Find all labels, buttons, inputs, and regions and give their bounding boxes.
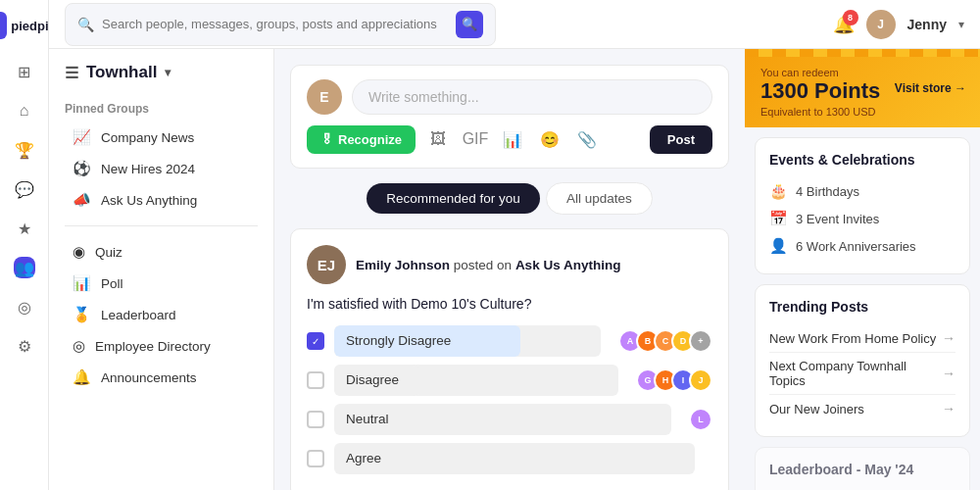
poll-avatars-0: A B C D + — [618, 329, 712, 353]
feed-tabs: Recommended for you All updates — [290, 182, 729, 215]
poll-checkbox-0[interactable]: ✓ — [307, 332, 324, 350]
poll-bar-3[interactable]: Agree — [334, 443, 695, 474]
poll-label-0: Strongly Disagree — [334, 333, 463, 348]
poll-label: Poll — [101, 276, 123, 291]
ask-us-icon: 📣 — [73, 191, 91, 209]
icon-sidebar: piedpiper ⊞ ⌂ 🏆 💬 ★ 👥 ◎ ⚙ — [0, 0, 49, 490]
trending-item-0[interactable]: New Work From Home Policy → — [769, 324, 956, 353]
leaderboard-label: Leaderboard — [101, 308, 176, 322]
right-sidebar: You can redeem 1300 Points Equivalent to… — [745, 49, 980, 490]
event-invites-label: 3 Event Invites — [796, 212, 879, 226]
chevron-down-icon[interactable]: ▾ — [958, 18, 964, 31]
can-redeem-label: You can redeem — [760, 67, 964, 78]
media-icon[interactable]: 🖼 — [423, 124, 453, 154]
trending-label-2: Our New Joiners — [769, 402, 864, 416]
event-invites-icon: 📅 — [769, 210, 788, 227]
nav-icon-chat[interactable]: 💬 — [14, 178, 35, 200]
poll-option-2: Neutral L — [307, 404, 712, 435]
avatar[interactable]: J — [866, 10, 896, 39]
sidebar-header: ☰ Townhall ▾ — [49, 63, 273, 96]
arrow-icon-2: → — [942, 401, 956, 416]
post-question: I'm satisfied with Demo 10's Culture? — [307, 296, 712, 312]
post-button[interactable]: Post — [650, 125, 712, 154]
trending-item-1[interactable]: Next Company Townhall Topics → — [769, 353, 956, 395]
search-input[interactable] — [102, 17, 448, 31]
visit-store-button[interactable]: Visit store → — [895, 81, 966, 95]
poll-option-0: ✓ Strongly Disagree A B C D + — [307, 325, 712, 357]
anniversaries-label: 6 Work Anniversaries — [796, 239, 916, 254]
post-card: EJ Emily Johnson posted on Ask Us Anythi… — [290, 228, 729, 490]
events-title: Events & Celebrations — [769, 152, 956, 168]
attachment-icon[interactable]: 📎 — [572, 124, 602, 154]
nav-icon-people[interactable]: 👥 — [14, 257, 35, 278]
poll-bar-0[interactable]: Strongly Disagree — [334, 325, 601, 357]
birthday-icon: 🎂 — [769, 182, 788, 200]
poll-bar-1[interactable]: Disagree — [334, 365, 618, 396]
event-item-invites[interactable]: 📅 3 Event Invites — [769, 205, 956, 232]
sidebar-item-employee-directory[interactable]: ◎ Employee Directory — [57, 330, 266, 362]
poll-option-3: Agree — [307, 443, 712, 474]
notifications-icon[interactable]: 🔔 8 — [833, 14, 855, 35]
user-name-label[interactable]: Jenny — [907, 17, 947, 32]
poll-voter-avatar: + — [689, 329, 712, 353]
search-bar-container: 🔍 🔍 — [65, 3, 496, 46]
sidebar-item-poll[interactable]: 📊 Poll — [57, 268, 266, 299]
header-right: 🔔 8 J Jenny ▾ — [833, 10, 964, 39]
menu-icon[interactable]: ☰ — [65, 64, 78, 82]
content-area: ☰ Townhall ▾ Pinned Groups 📈 Company New… — [49, 49, 980, 490]
main-feed: E Write something... 🎖 Recognize 🖼 GIF 📊… — [274, 49, 745, 490]
sidebar-item-announcements[interactable]: 🔔 Announcements — [57, 362, 266, 393]
sidebar-item-quiz[interactable]: ◉ Quiz — [57, 236, 266, 268]
sidebar-item-ask-us-anything[interactable]: 📣 Ask Us Anything — [57, 184, 266, 216]
post-composer: E Write something... 🎖 Recognize 🖼 GIF 📊… — [290, 65, 729, 169]
post-group[interactable]: Ask Us Anything — [515, 258, 621, 272]
search-submit-button[interactable]: 🔍 — [456, 11, 483, 38]
new-hires-icon: ⚽ — [73, 160, 91, 177]
trending-item-2[interactable]: Our New Joiners → — [769, 395, 956, 422]
poll-options: ✓ Strongly Disagree A B C D + — [307, 325, 712, 474]
nav-icon-star[interactable]: ★ — [14, 218, 35, 239]
townhall-chevron-icon[interactable]: ▾ — [165, 66, 171, 79]
tab-all-updates[interactable]: All updates — [546, 182, 653, 215]
poll-label-1: Disagree — [334, 372, 411, 387]
emoji-icon[interactable]: 😊 — [535, 124, 564, 154]
nav-icon-chart[interactable]: ◎ — [14, 296, 35, 318]
new-hires-label: New Hires 2024 — [101, 162, 195, 176]
nav-icon-trophy[interactable]: 🏆 — [14, 139, 35, 161]
event-item-birthdays[interactable]: 🎂 4 Birthdays — [769, 177, 956, 205]
poll-checkbox-2[interactable] — [307, 411, 324, 428]
search-icon: 🔍 — [77, 17, 94, 32]
employee-directory-icon: ◎ — [73, 337, 85, 355]
composer-top: E Write something... — [307, 79, 712, 115]
poll-bar-2[interactable]: Neutral — [334, 404, 671, 435]
poll-checkbox-1[interactable] — [307, 371, 324, 389]
poll-add-icon[interactable]: 📊 — [498, 124, 527, 154]
posted-on-label: posted on — [454, 258, 512, 272]
announcements-label: Announcements — [101, 370, 197, 385]
sidebar-item-company-news[interactable]: 📈 Company News — [57, 122, 266, 153]
poll-avatars-1: G H I J — [636, 368, 712, 392]
poll-checkbox-3[interactable] — [307, 450, 324, 467]
company-news-label: Company News — [101, 130, 194, 145]
nav-icon-home[interactable]: ⌂ — [14, 100, 35, 122]
quiz-label: Quiz — [95, 245, 122, 260]
poll-option-1: Disagree G H I J — [307, 365, 712, 396]
tab-recommended[interactable]: Recommended for you — [367, 183, 540, 214]
event-item-anniversaries[interactable]: 👤 6 Work Anniversaries — [769, 232, 956, 260]
sidebar-divider — [65, 225, 258, 226]
logo-icon — [0, 12, 7, 39]
nav-icon-grid[interactable]: ⊞ — [14, 61, 35, 82]
sidebar-item-leaderboard[interactable]: 🏅 Leaderboard — [57, 299, 266, 330]
gif-icon[interactable]: GIF — [461, 124, 490, 154]
recognize-button[interactable]: 🎖 Recognize — [307, 125, 416, 154]
sidebar-item-new-hires[interactable]: ⚽ New Hires 2024 — [57, 153, 266, 184]
events-card: Events & Celebrations 🎂 4 Birthdays 📅 3 … — [755, 137, 970, 274]
leaderboard-title: Leaderboard - May '24 — [769, 462, 956, 477]
poll-icon: 📊 — [73, 274, 91, 292]
composer-input[interactable]: Write something... — [352, 79, 712, 115]
poll-voter-avatar: L — [689, 408, 712, 431]
poll-voter-avatar: J — [689, 368, 712, 392]
points-banner: You can redeem 1300 Points Equivalent to… — [745, 49, 980, 127]
nav-icon-settings[interactable]: ⚙ — [14, 335, 35, 357]
leaderboard-icon: 🏅 — [73, 306, 91, 323]
